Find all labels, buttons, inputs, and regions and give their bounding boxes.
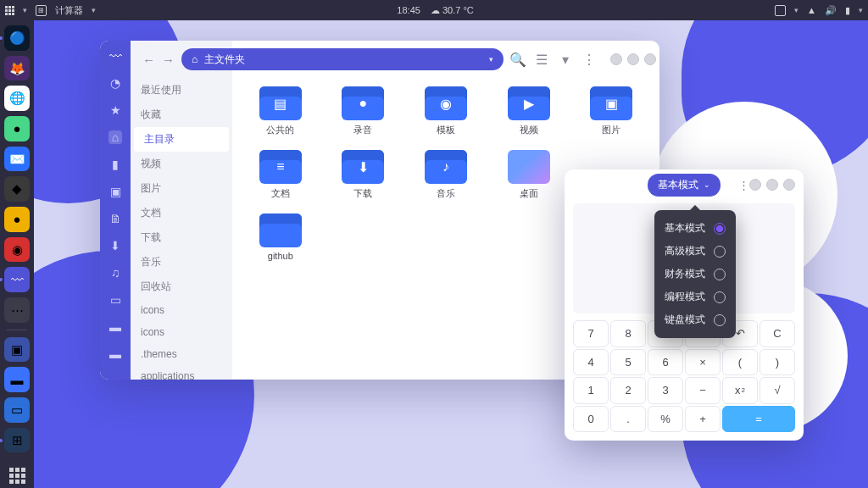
window-close-button[interactable] xyxy=(783,179,795,191)
sidebar-item[interactable]: 文档 xyxy=(131,201,232,225)
calc-key-8[interactable]: 8 xyxy=(610,320,646,347)
folder-icon[interactable]: ▬ xyxy=(108,374,122,380)
dock-app-yellow[interactable]: ● xyxy=(4,207,30,232)
mode-option[interactable]: 编程模式 xyxy=(665,286,726,308)
folder-item[interactable]: ▤公共的 xyxy=(249,86,312,136)
activities-icon[interactable] xyxy=(5,6,14,15)
dock-app-z[interactable]: ▭ xyxy=(4,397,30,423)
mode-dropdown[interactable]: 基本模式 ⌄ xyxy=(648,174,721,197)
calc-key-1[interactable]: 1 xyxy=(573,377,609,404)
trash-icon[interactable]: ▭ xyxy=(108,293,122,307)
calc-key-=[interactable]: = xyxy=(722,406,795,433)
sidebar-item[interactable]: 收藏 xyxy=(131,103,232,127)
sidebar-item[interactable]: 最近使用 xyxy=(131,78,232,103)
calc-key-)[interactable]: ) xyxy=(760,349,795,376)
files-logo-icon[interactable]: 〰 xyxy=(108,49,122,63)
folder-item[interactable]: github xyxy=(249,214,312,261)
battery-icon[interactable]: ▮ xyxy=(845,5,850,16)
video-icon[interactable]: ▮ xyxy=(108,158,122,171)
calc-key-+[interactable]: + xyxy=(685,406,721,433)
forward-button[interactable]: → xyxy=(162,51,175,68)
folder-item[interactable]: ●录音 xyxy=(332,86,395,136)
window-close-button[interactable] xyxy=(644,53,656,65)
calc-key-([interactable]: ( xyxy=(722,349,758,376)
dock-app-inkscape[interactable]: ◆ xyxy=(4,176,30,202)
mode-option[interactable]: 基本模式 xyxy=(665,217,726,240)
dock-app-files[interactable]: 〰 xyxy=(4,267,30,292)
wifi-icon[interactable]: ▲ xyxy=(807,5,816,15)
calc-key-C[interactable]: C xyxy=(760,320,795,347)
sidebar-item[interactable]: 回收站 xyxy=(131,274,232,299)
folder-item[interactable]: ▶视频 xyxy=(498,86,560,136)
chevron-down-icon[interactable]: ▾ xyxy=(558,52,573,67)
calc-key-4[interactable]: 4 xyxy=(573,349,609,376)
home-icon[interactable]: ⌂ xyxy=(108,130,122,144)
calc-key-2[interactable]: 2 xyxy=(610,377,646,404)
folder-icon[interactable]: ▬ xyxy=(108,347,122,361)
sidebar-item[interactable]: 图片 xyxy=(131,176,232,201)
dock-app-music[interactable]: ◉ xyxy=(4,237,30,263)
sidebar-item[interactable]: 音乐 xyxy=(131,250,232,274)
volume-icon[interactable]: 🔊 xyxy=(825,5,837,16)
window-min-button[interactable] xyxy=(610,53,622,65)
window-min-button[interactable] xyxy=(749,179,761,191)
folder-icon: ◉ xyxy=(425,86,467,120)
folder-item[interactable]: ♪音乐 xyxy=(415,150,477,200)
calc-menu-icon[interactable]: ⋮ xyxy=(738,179,749,191)
calc-key-0[interactable]: 0 xyxy=(573,406,609,433)
calc-key-5[interactable]: 5 xyxy=(610,349,646,376)
download-icon[interactable]: ⬇ xyxy=(108,239,122,252)
view-icon[interactable]: ☰ xyxy=(534,52,549,67)
dock-app-1[interactable]: 🔵 xyxy=(4,25,30,51)
calc-key-%[interactable]: % xyxy=(648,406,683,433)
folder-icon[interactable]: ▬ xyxy=(108,320,122,334)
weather[interactable]: ☁ 30.7 °C xyxy=(431,5,474,16)
dock-app-firefox[interactable]: 🦊 xyxy=(4,56,30,81)
mode-option[interactable]: 高级模式 xyxy=(665,240,726,263)
search-icon[interactable]: 🔍 xyxy=(510,52,526,67)
dock-app-mail[interactable]: ✉️ xyxy=(4,147,30,172)
path-bar[interactable]: ⌂ 主文件夹 ▾ xyxy=(181,48,504,70)
calc-key-×[interactable]: × xyxy=(685,349,721,376)
folder-item[interactable]: ⬇下载 xyxy=(332,150,395,200)
music-icon[interactable]: ♫ xyxy=(108,266,122,280)
dock-app-calc[interactable]: ⊞ xyxy=(4,428,30,453)
dock-apps-grid[interactable] xyxy=(4,463,30,488)
calc-key-−[interactable]: − xyxy=(685,377,721,404)
folder-item[interactable]: ≡文档 xyxy=(249,150,312,200)
picture-icon[interactable]: ▣ xyxy=(108,185,122,198)
indicator-icon[interactable] xyxy=(775,5,786,16)
calc-key-3[interactable]: 3 xyxy=(648,377,683,404)
active-app-name[interactable]: 计算器 xyxy=(55,4,83,17)
folder-item[interactable]: ◉模板 xyxy=(415,86,477,136)
window-max-button[interactable] xyxy=(627,53,639,65)
calc-key-6[interactable]: 6 xyxy=(648,349,683,376)
calc-key-7[interactable]: 7 xyxy=(573,320,609,347)
dock-app-green[interactable]: ● xyxy=(4,116,30,141)
mode-option[interactable]: 键盘模式 xyxy=(665,308,726,331)
sidebar-item[interactable]: 主目录 xyxy=(134,127,229,152)
recent-icon[interactable]: ◔ xyxy=(108,76,122,90)
sidebar-item[interactable]: icons xyxy=(131,299,232,321)
dock-app-y[interactable]: ▬ xyxy=(4,367,30,392)
folder-item[interactable]: ▣图片 xyxy=(580,86,643,136)
sidebar-item[interactable]: applications xyxy=(131,365,232,380)
sidebar-item[interactable]: .themes xyxy=(131,343,232,365)
dock-app-x[interactable]: ▣ xyxy=(4,337,30,363)
dock-app-chrome[interactable]: 🌐 xyxy=(4,86,30,111)
window-max-button[interactable] xyxy=(766,179,778,191)
calc-key-√[interactable]: √ xyxy=(760,377,795,404)
sidebar-item[interactable]: 视频 xyxy=(131,152,232,176)
menu-icon[interactable]: ⋮ xyxy=(581,52,597,67)
star-icon[interactable]: ★ xyxy=(108,103,122,117)
clock[interactable]: 18:45 xyxy=(397,5,420,15)
mode-option[interactable]: 财务模式 xyxy=(665,263,726,286)
back-button[interactable]: ← xyxy=(142,51,155,68)
folder-item[interactable]: 桌面 xyxy=(498,150,560,200)
sidebar-item[interactable]: icons xyxy=(131,321,232,343)
sidebar-item[interactable]: 下载 xyxy=(131,225,232,250)
dock-app-more[interactable]: ⋯ xyxy=(4,297,30,323)
calc-key-.[interactable]: . xyxy=(610,406,646,433)
document-icon[interactable]: 🗎 xyxy=(108,212,122,225)
calc-key-x²[interactable]: x2 xyxy=(722,377,758,404)
